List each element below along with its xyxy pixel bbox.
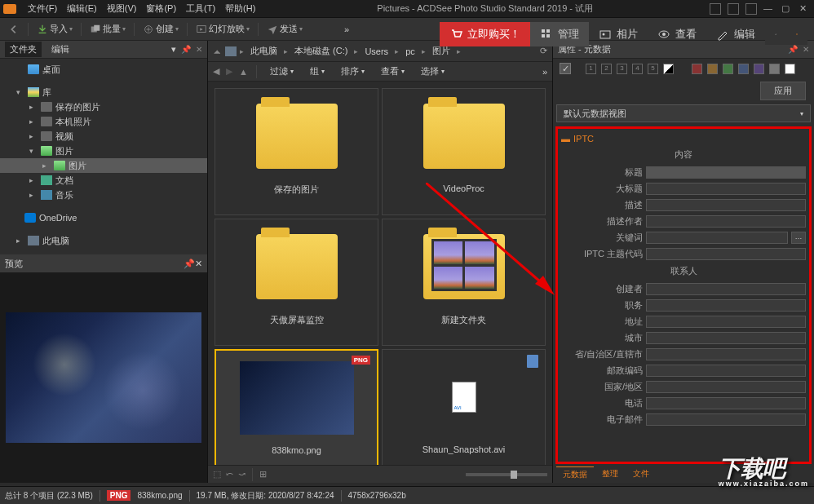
input-country[interactable] (646, 381, 806, 393)
input-creator[interactable] (646, 283, 806, 295)
input-state[interactable] (646, 348, 806, 360)
apply-button[interactable]: 应用 (760, 82, 806, 100)
tag-checkbox[interactable]: ✓ (560, 63, 571, 74)
maximize-button[interactable]: ▢ (781, 3, 793, 15)
input-city[interactable] (646, 332, 806, 344)
rating-clear[interactable] (663, 64, 674, 74)
tree-desktop[interactable]: 桌面 (0, 62, 207, 77)
toolbar-overflow[interactable]: » (341, 23, 352, 36)
menu-view[interactable]: 视图(V) (102, 2, 142, 15)
rating-4[interactable]: 4 (632, 64, 643, 74)
mode-view[interactable]: 查看 (648, 22, 706, 46)
input-headline[interactable] (646, 183, 806, 195)
input-subject-code[interactable] (646, 248, 806, 260)
tab-folders[interactable]: 文件夹 (5, 42, 42, 57)
mode-365[interactable] (765, 24, 786, 45)
close-button[interactable]: ✕ (799, 3, 811, 15)
tree-local-photos[interactable]: ▸本机照片 (0, 114, 207, 129)
input-address[interactable] (646, 316, 806, 328)
preview-pin-icon[interactable]: 📌 (184, 259, 195, 269)
nav-back-icon[interactable]: ◀ (213, 66, 219, 77)
viewbar-overflow[interactable]: » (542, 67, 547, 77)
tree-pictures[interactable]: ▾图片 (0, 144, 207, 158)
folder-new[interactable]: 新建文件夹 (382, 219, 546, 346)
nav-back-button[interactable] (5, 22, 23, 37)
nav-fwd-icon[interactable]: ▶ (226, 66, 232, 77)
pin-icon[interactable]: 📌 (181, 45, 191, 54)
input-phone[interactable] (646, 397, 806, 409)
rating-1[interactable]: 1 (586, 64, 596, 74)
tool-icon-2[interactable]: ⤺ (226, 469, 233, 480)
buy-now-button[interactable]: 立即购买！ (440, 22, 530, 46)
menu-tools[interactable]: 工具(T) (181, 2, 220, 15)
rating-3[interactable]: 3 (617, 64, 627, 74)
input-title[interactable] (646, 166, 806, 179)
tree-documents[interactable]: ▸文档 (0, 173, 207, 188)
crumb-pc[interactable]: pc (402, 45, 418, 58)
color-blue[interactable] (738, 64, 749, 74)
slideshow-button[interactable]: 幻灯放映▾ (192, 21, 253, 37)
nav-up-icon[interactable]: ⏶ (213, 46, 222, 56)
panel-close-icon[interactable]: ✕ (196, 45, 202, 54)
minimize-button[interactable]: — (763, 3, 775, 15)
tree-music[interactable]: ▸音乐 (0, 188, 207, 202)
tree-thispc[interactable]: ▸此电脑 (0, 233, 207, 248)
color-red[interactable] (692, 64, 702, 74)
tab-organize[interactable]: 整理 (595, 466, 625, 483)
aux-button-1[interactable] (710, 3, 721, 15)
group-dropdown[interactable]: 组▾ (305, 64, 330, 79)
send-button[interactable]: 发送▾ (263, 21, 306, 37)
menu-help[interactable]: 帮助(H) (220, 2, 260, 15)
mode-manage[interactable]: 管理 (530, 22, 589, 46)
tool-icon-4[interactable]: ⊞ (259, 469, 267, 480)
nav-up2-icon[interactable]: ▲ (239, 67, 248, 77)
input-postal[interactable] (646, 365, 806, 377)
input-email[interactable] (646, 413, 806, 426)
preview-close-icon[interactable]: ✕ (195, 259, 202, 269)
rating-5[interactable]: 5 (648, 64, 658, 74)
tree-pictures-sub[interactable]: ▸图片 (0, 158, 207, 173)
zoom-slider[interactable] (466, 473, 547, 476)
preview-thumbnail[interactable] (6, 312, 201, 443)
menu-edit[interactable]: 编辑(E) (62, 2, 102, 15)
tree-library[interactable]: ▾库 (0, 85, 207, 99)
file-838kmo-png[interactable]: PNG838kmo.png (215, 349, 378, 465)
input-keywords[interactable] (646, 232, 788, 244)
folder-videoproc[interactable]: VideoProc (382, 88, 546, 215)
mode-edit[interactable]: 编辑 (706, 22, 765, 46)
collapse-icon[interactable]: ▬ (561, 134, 570, 144)
sort-dropdown[interactable]: 排序▾ (336, 64, 369, 79)
tree-saved-pictures[interactable]: ▸保存的图片 (0, 99, 207, 114)
tab-metadata[interactable]: 元数据 (556, 466, 594, 483)
metadata-view-dropdown[interactable]: 默认元数据视图▾ (556, 104, 811, 122)
panel-menu-icon[interactable]: ▾ (171, 44, 176, 55)
mode-dashboard[interactable] (786, 24, 807, 45)
folder-screenmonitor[interactable]: 天傲屏幕监控 (215, 219, 378, 346)
import-button[interactable]: 导入▾ (33, 21, 76, 37)
filter-dropdown[interactable]: 过滤▾ (265, 64, 299, 79)
rating-2[interactable]: 2 (601, 64, 612, 74)
color-orange[interactable] (707, 64, 718, 74)
keywords-browse-button[interactable]: … (791, 232, 806, 244)
crumb-thispc[interactable]: 此电脑 (247, 43, 281, 59)
color-green[interactable] (723, 64, 733, 74)
tab-edit-left[interactable]: 编辑 (46, 42, 74, 57)
crumb-users[interactable]: Users (361, 45, 392, 58)
color-purple[interactable] (754, 64, 764, 74)
color-gray[interactable] (769, 64, 780, 74)
tab-file[interactable]: 文件 (626, 466, 656, 483)
crumb-drive[interactable]: 本地磁盘 (C:) (291, 43, 351, 59)
iptc-header[interactable]: ▬IPTC (561, 132, 806, 145)
input-desc-author[interactable] (646, 215, 806, 228)
input-desc[interactable] (646, 199, 806, 211)
tool-icon-3[interactable]: ⤻ (238, 469, 246, 480)
tree-videos[interactable]: ▸视频 (0, 129, 207, 144)
file-shaun-avi[interactable]: Shaun_Snapshot.avi (382, 349, 546, 465)
aux-button-2[interactable] (728, 3, 739, 15)
menu-panes[interactable]: 窗格(P) (141, 2, 181, 15)
create-button[interactable]: 创建▾ (139, 21, 182, 37)
tree-onedrive[interactable]: OneDrive (0, 210, 207, 225)
aux-button-3[interactable] (745, 3, 757, 15)
view-dropdown[interactable]: 查看▾ (376, 64, 409, 79)
color-clear[interactable] (785, 64, 795, 74)
